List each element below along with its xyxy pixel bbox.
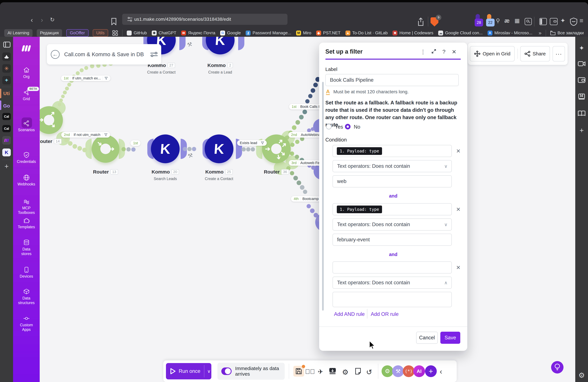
bookmark-codewars[interactable]: ❖Home | Codewars xyxy=(393,30,433,35)
bookmarks-overflow[interactable]: » xyxy=(539,30,542,36)
run-once-button[interactable]: Run once ∨ xyxy=(166,363,211,379)
scenario-settings-gear-icon[interactable]: ⚙ xyxy=(340,368,350,376)
workspace-icon-gem[interactable]: ✦ xyxy=(2,76,11,85)
sidebar-item-devices[interactable]: Devices xyxy=(13,266,40,278)
sidebar-item-customapps[interactable]: CustomApps xyxy=(13,315,40,332)
help-button[interactable] xyxy=(551,361,564,374)
all-bookmarks[interactable]: Все закладки xyxy=(550,30,584,35)
more-actions-button[interactable]: ··· xyxy=(553,46,565,62)
condition-operator-1[interactable]: Text operators: Does not contain ∨ xyxy=(333,160,452,172)
bookmark-chatgpt[interactable]: ❋ChatGPT xyxy=(152,30,176,35)
route-label-r2[interactable]: 2ndIf not utm_match xyxy=(61,132,110,138)
add-panel-icon[interactable]: + xyxy=(575,126,588,134)
module-router36[interactable]: ➔➔➔➔➔ xyxy=(262,134,291,163)
url-bar[interactable]: us1.make.com/428909/scenarios/3318438/ed… xyxy=(122,14,288,25)
make-logo[interactable] xyxy=(21,45,32,52)
share-button[interactable]: Share xyxy=(520,46,550,62)
module-router13[interactable]: ➔➔ xyxy=(92,135,119,163)
mapped-field-chip[interactable]: 1. Payload: type xyxy=(337,147,382,155)
tab-redakcia[interactable]: Редакция xyxy=(37,29,62,37)
code-vars-button[interactable]: (*) xyxy=(403,365,415,377)
reading-list-icon[interactable] xyxy=(575,111,588,117)
video-icon[interactable] xyxy=(575,61,588,67)
kommo-tab-icon[interactable]: K xyxy=(2,149,11,156)
bookmark-icon[interactable] xyxy=(111,18,117,25)
vpn-shield-icon[interactable] xyxy=(570,18,577,26)
add-or-rule-link[interactable]: Add OR rule xyxy=(371,311,399,317)
remove-condition-3[interactable]: ✕ xyxy=(455,264,462,271)
bookmark-github[interactable]: GitHub xyxy=(127,30,147,35)
module-kommo20[interactable]: K xyxy=(151,134,180,163)
forward-icon[interactable]: › xyxy=(41,16,43,24)
module-kommo25[interactable]: K xyxy=(205,134,233,163)
notes-icon[interactable] xyxy=(353,368,363,376)
menu-icon[interactable]: ≡ xyxy=(580,17,583,24)
condition-field-1[interactable]: 1. Payload: type xyxy=(333,145,452,157)
wrench-icon[interactable]: ⚒ xyxy=(186,41,193,48)
bookmark-gitlab[interactable]: ▲To-Do List · GitLab xyxy=(345,30,388,35)
sidebar-toggle-icon[interactable] xyxy=(3,42,10,47)
sidebar-item-webhooks[interactable]: Webhooks xyxy=(13,174,40,186)
undo-icon[interactable]: ↺ xyxy=(364,368,374,376)
fallback-radio-yes-label[interactable]: Yes xyxy=(335,124,343,130)
bookmark-microsoft[interactable]: AMiroslav - Microso... xyxy=(487,30,532,35)
magic-wand-icon[interactable]: ✧⃕ xyxy=(305,368,315,375)
bookmark-pst[interactable]: ◆PST.NET xyxy=(316,30,340,35)
wallet-icon[interactable] xyxy=(550,18,558,25)
condition-operator-2[interactable]: Text operators: Does not contain ∨ xyxy=(333,218,452,231)
dialog-close-icon[interactable]: ✕ xyxy=(450,48,458,55)
sidebar-item-datastructures[interactable]: Datastructures xyxy=(13,288,40,305)
label-input[interactable]: Book Calls Pipeline xyxy=(325,74,459,86)
leo-ai-icon[interactable]: ✦ xyxy=(560,17,566,24)
remove-condition-2[interactable]: ✕ xyxy=(455,206,462,212)
share-icon[interactable] xyxy=(418,18,424,26)
back-icon[interactable]: ‹ xyxy=(31,16,33,24)
route-label-r1[interactable]: 1stIf utm_match ex... xyxy=(61,75,110,81)
extension-badge-22[interactable]: 22 xyxy=(486,16,495,26)
run-options-chevron[interactable]: ∨ xyxy=(207,369,211,374)
fallback-radio-no[interactable] xyxy=(345,124,351,129)
condition-value-2[interactable]: february-event xyxy=(333,234,452,246)
save-button[interactable]: Save xyxy=(440,332,460,344)
tabgroup-utils-label[interactable]: Uti xyxy=(0,91,13,96)
export-blueprint-icon[interactable] xyxy=(328,368,337,376)
new-tab-icon[interactable]: + xyxy=(0,162,13,170)
bookmark-miro[interactable]: MMiro xyxy=(296,30,311,35)
sidebar-item-scenarios[interactable]: Scenarios xyxy=(13,120,40,132)
reload-icon[interactable]: ↻ xyxy=(50,16,55,23)
add-and-rule-link[interactable]: Add AND rule xyxy=(334,311,365,317)
open-in-grid-button[interactable]: Open in Grid xyxy=(470,46,515,62)
tab-gooffer[interactable]: GoOffer xyxy=(66,29,88,37)
fallback-radio-no-label[interactable]: No xyxy=(354,124,360,130)
scheduling-toggle[interactable] xyxy=(221,367,231,375)
tools-button[interactable]: ⚒ xyxy=(392,365,404,377)
workspace-icon-boat[interactable] xyxy=(2,52,11,61)
search-tabs-icon[interactable] xyxy=(525,18,532,25)
tab-ai-learning[interactable]: AI Learning xyxy=(4,29,33,37)
cal-tab-icon-2[interactable]: Cal xyxy=(2,125,11,132)
condition-field-2[interactable]: 1. Payload: type xyxy=(333,203,452,215)
dialog-help-icon[interactable]: ? xyxy=(440,48,447,55)
sidebar-item-mcp[interactable]: MCPToolboxes xyxy=(13,198,40,215)
extension-icon-1[interactable]: ⚲ xyxy=(496,17,500,24)
back-to-scenarios-button[interactable]: ← xyxy=(51,50,60,59)
sidebar-item-org[interactable]: Org xyxy=(13,66,40,79)
dialog-expand-icon[interactable] xyxy=(430,48,437,55)
sidebar-item-credentials[interactable]: Credentials xyxy=(13,151,40,164)
ai-sparkle-icon[interactable]: ✦ xyxy=(575,44,588,52)
add-module-button[interactable]: + xyxy=(425,365,437,377)
site-settings-icon[interactable] xyxy=(127,17,133,22)
cancel-button[interactable]: Cancel xyxy=(416,332,438,344)
mapped-field-chip[interactable]: 1. Payload: type xyxy=(337,206,382,213)
remove-condition-1[interactable]: ✕ xyxy=(455,148,462,154)
sidebar-item-datastores[interactable]: Datastores xyxy=(13,239,40,256)
condition-value-1[interactable]: web xyxy=(333,175,452,187)
bookmark-gcloud[interactable]: ☁Google Cloud con... xyxy=(438,30,483,35)
ai-button[interactable]: AI xyxy=(413,365,425,377)
tab-utils[interactable]: Utils xyxy=(93,29,108,37)
condition-value-3[interactable] xyxy=(333,292,452,307)
save-scenario-button[interactable] xyxy=(293,366,304,377)
make-tab-icon[interactable] xyxy=(2,136,11,145)
tabgroup-go-label[interactable]: Go xyxy=(0,103,13,109)
bookmark-google[interactable]: GGoogle xyxy=(220,30,241,35)
